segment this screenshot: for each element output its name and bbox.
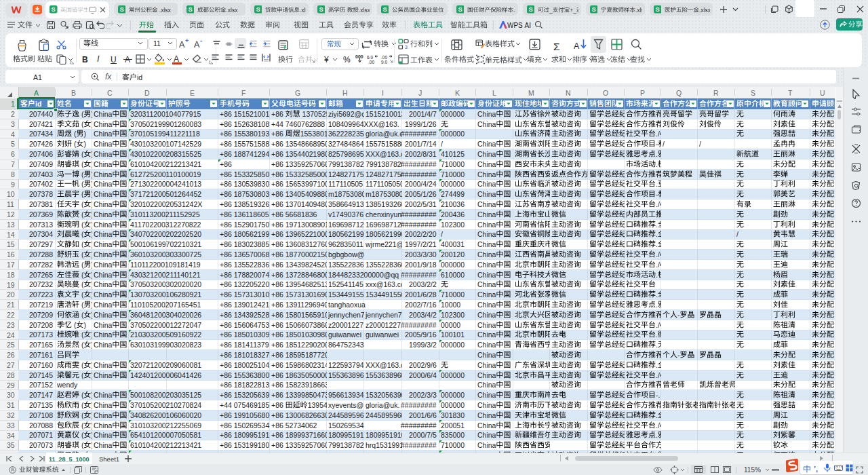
- svg-text:tanghaoxua: tanghaoxua: [328, 300, 366, 308]
- svg-text:370503200302020020: 370503200302020020: [130, 280, 201, 288]
- svg-text:+86 18770002150: +86 18770002150: [271, 250, 327, 258]
- svg-text:+86 13965221000: +86 13965221000: [271, 230, 327, 238]
- svg-text:+86 15066073860: +86 15066073860: [271, 320, 327, 328]
- svg-text:+86 155363800: +86 155363800: [220, 370, 269, 379]
- svg-text:): ): [91, 180, 92, 188]
- svg-text:210036: 210036: [441, 200, 465, 208]
- svg-text:): ): [91, 159, 92, 168]
- svg-text:102300: 102300: [441, 310, 465, 318]
- svg-text:310103200212255069: 310103200212255069: [130, 421, 201, 429]
- svg-text:./: ./: [656, 250, 660, 258]
- svg-text:+86 13608312760: +86 13608312760: [271, 240, 327, 248]
- svg-text:410125: 410125: [441, 149, 465, 157]
- svg-text:+86 18999371660: +86 18999371660: [271, 431, 327, 439]
- svg-text:10000: 10000: [441, 300, 460, 308]
- svg-text:207152: 207152: [29, 381, 53, 389]
- svg-text:320311200104077915: 320311200104077915: [130, 109, 201, 117]
- svg-text:v17490376: v17490376: [328, 210, 363, 218]
- svg-text:guiwanwei: guiwanwei: [328, 330, 361, 339]
- svg-text:(: (: [79, 341, 84, 349]
- svg-text:+44 075469185: +44 075469185: [220, 400, 269, 408]
- svg-text:360481200304020026: 360481200304020026: [130, 310, 201, 318]
- svg-text:(: (: [79, 119, 84, 128]
- svg-text:207232: 207232: [29, 280, 53, 288]
- svg-text:+86 13439824520: +86 13439824520: [271, 260, 327, 268]
- svg-text:(: (: [79, 149, 84, 157]
- svg-text:207208: 207208: [29, 320, 53, 328]
- svg-text:(: (: [79, 250, 84, 258]
- svg-text:.xlsx: .xlsx: [300, 6, 306, 13]
- svg-text:+86 135522836: +86 135522836: [220, 260, 269, 268]
- svg-text:274499: 274499: [441, 190, 465, 198]
- svg-text:1515210013: 1515210013: [366, 109, 402, 117]
- svg-text:370105199411221118: 370105199411221118: [130, 130, 200, 138]
- svg-text:+86 13359257060: +86 13359257060: [271, 159, 327, 168]
- svg-text:+86 153325850: +86 153325850: [220, 170, 269, 178]
- svg-text:1355228360: 1355228360: [366, 260, 402, 268]
- svg-text:9.0: 9.0: [381, 59, 387, 64]
- svg-text:207160: 207160: [29, 360, 53, 368]
- svg-text:000000: 000000: [441, 180, 465, 188]
- svg-text:1532056390: 1532056390: [366, 391, 402, 399]
- svg-text:(: (: [79, 421, 84, 429]
- svg-text:+86: +86: [271, 400, 285, 408]
- svg-text:630103199903020823: 630103199903020823: [130, 341, 201, 349]
- svg-text:): ): [91, 290, 92, 299]
- svg-text:320721200209060081: 320721200209060081: [130, 360, 201, 368]
- svg-text:370105200210270824: 370105200210270824: [130, 400, 201, 408]
- svg-text:207209: 207209: [29, 310, 53, 318]
- svg-text:+86 15653997100: +86 15653997100: [271, 180, 327, 188]
- svg-text:207406: 207406: [29, 149, 53, 157]
- svg-text:835000: 835000: [441, 431, 465, 439]
- svg-text:.: .: [656, 330, 658, 339]
- svg-text:+86 13359257060: +86 13359257060: [271, 441, 327, 449]
- svg-text:(: (: [79, 210, 84, 218]
- svg-text:207135: 207135: [29, 400, 53, 408]
- svg-text:+86 18635050000: +86 18635050000: [271, 370, 327, 379]
- svg-text:): ): [91, 280, 92, 288]
- svg-text:152541145: 152541145: [328, 280, 363, 288]
- svg-text:+86 130539830: +86 130539830: [220, 180, 269, 188]
- svg-text:207304: 207304: [29, 230, 53, 238]
- svg-text:+86 13701409480: +86 13701409480: [271, 200, 327, 208]
- svg-text:207440: 207440: [29, 109, 53, 117]
- svg-text:+86 150269534: +86 150269534: [220, 421, 269, 429]
- svg-text:(: (: [79, 431, 84, 439]
- svg-text:%: %: [343, 55, 351, 64]
- svg-text:207409: 207409: [29, 159, 53, 168]
- svg-text:1805621990: 1805621990: [366, 230, 402, 238]
- svg-text:207265: 207265: [29, 270, 53, 278]
- svg-text:): ): [91, 310, 92, 318]
- svg-text:207369: 207369: [29, 210, 53, 218]
- svg-text:gloria@uk.c: gloria@uk.c: [366, 130, 402, 138]
- svg-text:13954: 13954: [308, 400, 327, 408]
- svg-text:(: (: [79, 159, 84, 168]
- svg-text:371721200501264452: 371721200501264452: [130, 190, 201, 198]
- svg-text:): ): [91, 210, 92, 218]
- svg-text:.: .: [656, 230, 658, 238]
- svg-text:./: ./: [656, 320, 660, 328]
- svg-text:115%: 115%: [744, 466, 761, 473]
- svg-text:000: 000: [355, 54, 363, 58]
- svg-text:Σ: Σ: [553, 42, 560, 52]
- svg-text:(: (: [79, 360, 84, 368]
- svg-text:+86 139012421: +86 139012421: [220, 300, 269, 308]
- svg-text:): ): [91, 119, 92, 128]
- svg-text:(: (: [79, 190, 84, 198]
- svg-text:18448233200000@qq: 18448233200000@qq: [328, 270, 399, 278]
- svg-text:(: (: [79, 290, 84, 299]
- svg-text:+86 15823918663: +86 15823918663: [271, 381, 327, 389]
- svg-text:430103200107142529: 430103200107142529: [130, 140, 201, 148]
- svg-text:’,: ’,: [814, 464, 818, 472]
- svg-text:+86 136570068: +86 136570068: [220, 250, 269, 258]
- svg-text:): ): [83, 320, 86, 328]
- svg-text:1385193260: 1385193260: [366, 200, 402, 208]
- svg-text:jennychen7: jennychen7: [366, 310, 402, 318]
- svg-text:+86 15986802314: +86 15986802314: [271, 360, 327, 368]
- svg-text:): ): [91, 260, 92, 268]
- svg-text:+86 187530803: +86 187530803: [220, 190, 269, 198]
- svg-text:(: (: [79, 310, 84, 318]
- svg-text:1696987120: 1696987120: [366, 220, 402, 228]
- svg-text:32010220020531242X: 32010220020531242X: [130, 200, 202, 208]
- svg-text:+86 181018327: +86 181018327: [220, 350, 269, 358]
